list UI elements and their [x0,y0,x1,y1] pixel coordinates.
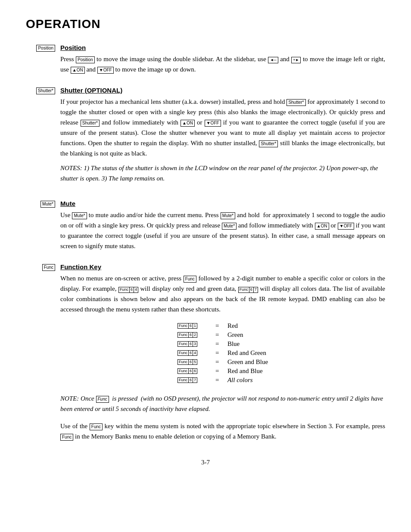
crg-4: 4 [193,350,197,356]
crb-6b: 6 [193,368,197,374]
color-row-green-blue: Func65 = Green and Blue [177,358,268,366]
color-eq-rb: = [215,367,224,375]
color-label-blue: Blue [227,340,240,348]
shutter-icon-area: Shutter* [26,87,60,188]
shutter-key-badge: Shutter* [36,87,55,94]
shutter-inline-key1: Shutter* [286,99,305,106]
color-row-all: Func67 = All colors [177,376,268,384]
cr-1: 1 [193,323,197,329]
func-icon-area: Func [26,263,60,442]
page-title: OPERATION [26,17,385,31]
call-func1: Func [177,377,189,383]
shutter-heading: Shutter (OPTIONAL) [60,87,385,94]
shutter-body: If your projector has a mechanical lens … [60,96,385,159]
mute-inline-key1: Mute* [72,212,87,219]
position-content: Position Press Position to move the imag… [60,44,385,75]
color-keys-green-blue: Func65 [177,359,212,365]
mute-inline-key2: Mute* [221,212,235,219]
crg-6: 6 [189,350,193,356]
color-keys-green: Func62 [177,332,212,338]
function-footer: Use of the Func key within the menu syst… [60,421,385,442]
color-eq-red: = [215,322,224,330]
shutter-notes: NOTES: 1) The status of the shutter is s… [60,163,385,184]
color-row-blue: Func63 = Blue [177,340,268,348]
func-key-7: 7 [254,287,258,293]
color-label-red: Red [227,322,238,330]
color-row-red-green: Func64 = Red and Green [177,349,268,357]
color-table: Func61 = Red Func62 = Green Func63 = Blu… [177,322,268,386]
func-key-4: 4 [134,287,138,293]
function-heading: Function Key [60,263,385,271]
section-shutter: Shutter* Shutter (OPTIONAL) If your proj… [26,87,385,188]
cb-func1: Func [177,341,189,347]
crb-func1: Func [177,368,189,374]
section-position: Position Position Press Position to move… [26,44,385,75]
call-6: 6 [189,377,193,383]
right-arrow-key: +► [291,57,301,63]
position-inline-key: Position [76,56,95,63]
func-combo-2: Func67 [238,287,258,293]
cg-func1: Func [177,332,189,338]
mute-heading: Mute [60,200,385,207]
mute-voff-key: ▼OFF [338,223,354,230]
crb-6: 6 [189,368,193,374]
cb-6: 6 [189,341,193,347]
left-arrow-key: ◄─ [268,57,278,63]
color-keys-red: Func61 [177,323,212,329]
cb-3: 3 [193,341,197,347]
function-note: NOTE: Once Func is pressed (with no OSD … [60,393,385,414]
color-eq-all: = [215,376,224,384]
color-eq-gb: = [215,358,224,366]
mute-inline-key3: Mute* [222,223,237,230]
mute-content: Mute Use Mute* to mute audio and/or hide… [60,200,385,251]
color-eq-green: = [215,331,224,339]
color-keys-all: Func67 [177,377,212,383]
function-body: When no menus are on-screen or active, p… [60,273,385,314]
color-keys-blue: Func63 [177,341,212,347]
mute-key-badge: Mute* [40,201,55,208]
shutter-inline-key3: Shutter* [259,140,278,147]
section-function: Func Function Key When no menus are on-s… [26,263,385,442]
cg-6: 6 [189,332,193,338]
position-key-badge: Position [36,45,55,52]
shutter-content: Shutter (OPTIONAL) If your projector has… [60,87,385,188]
cgb-6: 6 [189,359,193,365]
func-footer-key1: Func [90,423,103,430]
color-label-all: All colors [227,376,253,384]
color-label-rg: Red and Green [227,349,266,357]
cg-2: 2 [193,332,197,338]
function-content: Function Key When no menus are on-screen… [60,263,385,442]
mute-icon-area: Mute* [26,200,60,251]
color-label-gb: Green and Blue [227,358,268,366]
func-combo-1: Func64 [118,287,138,293]
func-key-badge: Func [42,264,55,271]
func-footer-key2: Func [60,434,73,441]
func-key-f2: Func [238,287,249,293]
cr-6-1: 6 [189,323,193,329]
func-key-f: Func [118,287,130,293]
cgb-func1: Func [177,359,189,365]
color-keys-red-green: Func64 [177,350,212,356]
mute-aon-key: ▲ON [315,223,329,230]
position-body: Press Position to move the image using t… [60,54,385,75]
color-eq-blue: = [215,340,224,348]
aon-key: ▲ON [71,67,85,74]
section-mute: Mute* Mute Use Mute* to mute audio and/o… [26,200,385,251]
mute-body: Use Mute* to mute audio and/or hide the … [60,210,385,251]
func-inline-key1: Func [184,276,196,283]
position-icon-area: Position [26,44,60,75]
func-note-key: Func [96,396,109,403]
func-key-6: 6 [130,287,134,293]
cr-func1: Func [177,323,189,329]
crg-func1: Func [177,350,189,356]
color-label-rb: Red and Blue [227,367,263,375]
color-row-green: Func62 = Green [177,331,268,339]
cgb-5: 5 [193,359,197,365]
color-row-red: Func61 = Red [177,322,268,330]
shutter-aon-key: ▲ON [181,120,195,127]
color-eq-rg: = [215,349,224,357]
call-7: 7 [193,377,197,383]
color-keys-red-blue: Func66 [177,368,212,374]
page-number: 3-7 [26,459,385,466]
shutter-voff-key: ▼OFF [205,120,221,127]
